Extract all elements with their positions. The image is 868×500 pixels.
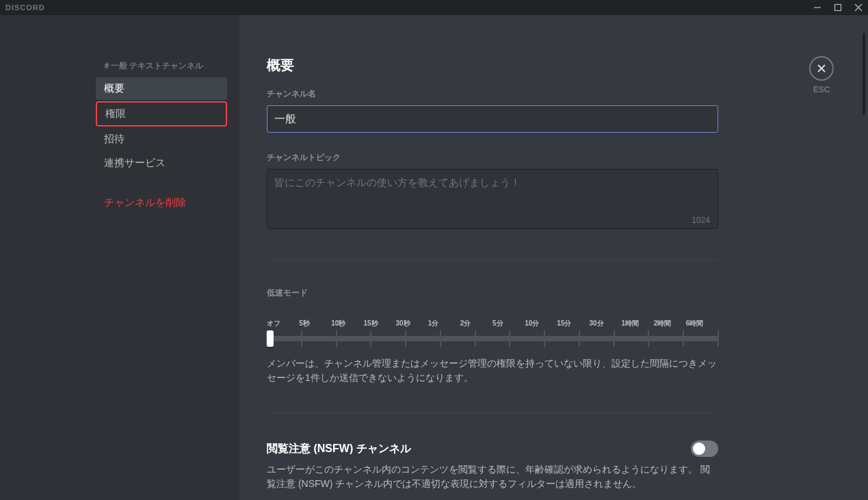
sidebar-item-invites[interactable]: 招待 xyxy=(96,128,227,150)
slider-tick xyxy=(475,330,476,347)
svg-rect-1 xyxy=(835,5,841,11)
esc-label: ESC xyxy=(809,85,834,94)
slider-tick-label: 5分 xyxy=(492,319,525,328)
sidebar-item-label: 招待 xyxy=(104,133,124,144)
slider-tick xyxy=(509,330,510,347)
channel-type-label: テキストチャンネル xyxy=(127,61,203,70)
slider-tick-label: 15秒 xyxy=(363,319,395,328)
slider-tick-label: 10秒 xyxy=(331,319,363,328)
slider-tick xyxy=(405,330,406,347)
slider-tick-label: 1分 xyxy=(428,319,460,328)
slider-tick-label: 5秒 xyxy=(299,319,331,328)
slider-tick-label: 15分 xyxy=(557,319,589,328)
sidebar-item-label: チャンネルを削除 xyxy=(104,196,186,208)
sidebar-item-label: 権限 xyxy=(105,107,126,119)
toggle-knob xyxy=(693,443,705,455)
slider-tick-label: オフ xyxy=(267,319,299,328)
sidebar-item-label: 概要 xyxy=(104,82,124,94)
sidebar-item-label: 連携サービス xyxy=(104,157,166,168)
slider-tick-label: 6時間 xyxy=(686,319,718,328)
topic-char-count: 1024 xyxy=(692,215,710,225)
main-content: 概要 チャンネル名 チャンネルトピック 1024 低速モード オフ5秒10秒15… xyxy=(239,15,868,500)
slowmode-label: 低速モード xyxy=(267,287,718,299)
slider-tick xyxy=(648,330,649,347)
slider-tick xyxy=(718,330,719,347)
nsfw-toggle[interactable] xyxy=(691,440,718,457)
slider-tick-label: 2分 xyxy=(460,319,492,328)
sidebar-item-overview[interactable]: 概要 xyxy=(96,77,227,100)
maximize-button[interactable] xyxy=(834,3,842,12)
sidebar-item-integrations[interactable]: 連携サービス xyxy=(96,152,227,174)
slider-tick-label: 10分 xyxy=(525,319,557,328)
sidebar-divider xyxy=(96,183,239,183)
sidebar-item-delete-channel[interactable]: チャンネルを削除 xyxy=(96,192,227,214)
settings-sidebar: ＃一般 テキストチャンネル 概要 権限 招待 連携サービス チャンネルを削除 xyxy=(0,15,239,500)
slider-tick xyxy=(440,330,441,347)
titlebar: DISCORD xyxy=(0,0,868,15)
slider-handle[interactable] xyxy=(267,330,274,347)
close-settings-button[interactable]: ESC xyxy=(809,56,834,94)
page-title: 概要 xyxy=(267,56,718,75)
slider-tick xyxy=(579,330,580,347)
slider-tick xyxy=(336,330,337,347)
channel-topic-input[interactable] xyxy=(267,169,718,229)
window-controls xyxy=(813,3,863,12)
section-divider xyxy=(267,259,718,260)
slider-tick xyxy=(301,330,302,347)
nsfw-help: ユーザーがこのチャンネル内のコンテンツを閲覧する際に、年齢確認が求められるように… xyxy=(267,462,718,491)
minimize-button[interactable] xyxy=(813,3,821,12)
channel-topic-label: チャンネルトピック xyxy=(267,152,718,163)
slider-tick xyxy=(370,330,371,347)
slider-tick xyxy=(544,330,545,347)
close-icon xyxy=(809,56,834,81)
section-divider xyxy=(267,412,718,413)
channel-hash-name: ＃一般 xyxy=(103,61,127,70)
channel-name-label: チャンネル名 xyxy=(267,88,718,100)
slider-tick-label: 2時間 xyxy=(654,319,686,328)
slider-tick-label: 1時間 xyxy=(622,319,654,328)
app-brand: DISCORD xyxy=(5,3,45,12)
slowmode-help: メンバーは、チャンネル管理またはメッセージ管理の権限を持っていない限り、設定した… xyxy=(267,356,718,385)
channel-name-input[interactable] xyxy=(267,105,718,133)
sidebar-header: ＃一般 テキストチャンネル xyxy=(96,56,239,76)
slider-tick-label: 30秒 xyxy=(396,319,428,328)
slider-tick xyxy=(683,330,684,347)
scrollbar[interactable] xyxy=(863,33,865,115)
slider-tick xyxy=(614,330,615,347)
slider-bar xyxy=(267,336,718,341)
slowmode-slider[interactable]: オフ5秒10秒15秒30秒1分2分5分10分15分30分1時間2時間6時間 xyxy=(267,319,718,347)
close-button[interactable] xyxy=(854,3,863,12)
sidebar-item-permissions[interactable]: 権限 xyxy=(96,101,227,127)
slider-tick-label: 30分 xyxy=(589,319,621,328)
nsfw-title: 閲覧注意 (NSFW) チャンネル xyxy=(267,442,411,456)
